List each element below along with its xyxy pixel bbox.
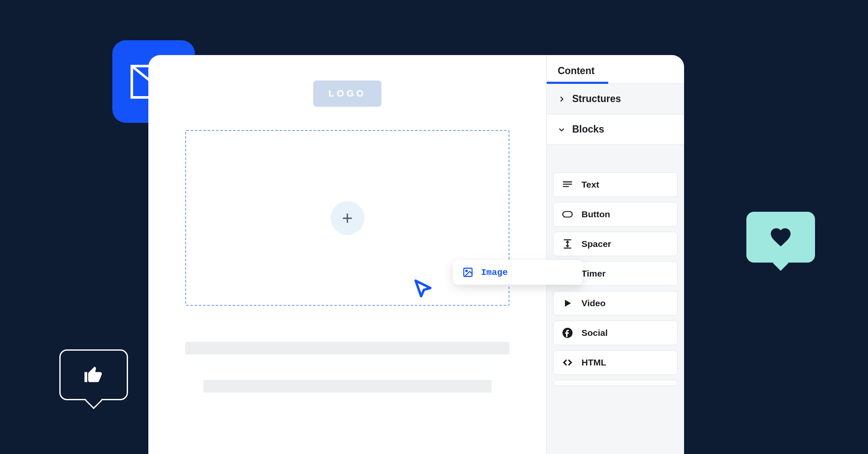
drop-zone[interactable]: + Image (185, 130, 509, 306)
cursor-icon (412, 277, 434, 301)
block-item-html[interactable]: HTML (553, 350, 678, 375)
chevron-down-icon (558, 126, 565, 133)
logo-placeholder[interactable]: LOGO (313, 80, 381, 107)
section-label: Structures (572, 93, 621, 105)
block-label: Button (581, 209, 610, 219)
add-block-button[interactable]: + (331, 201, 364, 235)
block-label: Text (581, 180, 599, 190)
social-icon (562, 327, 573, 338)
block-item-text[interactable]: Text (553, 172, 678, 197)
section-blocks[interactable]: Blocks (547, 114, 684, 145)
tab-label: Content (558, 65, 595, 76)
block-item-spacer[interactable]: Spacer (553, 232, 678, 256)
section-label: Blocks (572, 124, 604, 135)
block-label: Spacer (581, 239, 611, 249)
block-label: Social (581, 328, 608, 338)
dragging-block-label: Image (481, 268, 508, 277)
heart-bubble (746, 212, 815, 263)
blocks-panel: Text Button Spacer (547, 145, 684, 454)
dragging-block-preview[interactable]: Image (453, 260, 582, 285)
button-icon (562, 209, 573, 220)
sidebar: Content Structures Blocks Text (546, 55, 684, 454)
thumbs-up-icon (83, 364, 105, 386)
svg-rect-6 (563, 212, 572, 217)
video-icon (562, 298, 573, 309)
tab-active-indicator (547, 82, 608, 84)
chevron-right-icon (558, 95, 565, 103)
text-placeholder-line (185, 342, 509, 354)
spacer-icon (562, 238, 573, 249)
block-item-button[interactable]: Button (553, 202, 678, 227)
block-item-video[interactable]: Video (553, 291, 678, 316)
block-label: Timer (581, 269, 606, 279)
thumbs-up-bubble (59, 349, 128, 400)
tab-content[interactable]: Content (547, 55, 684, 84)
heart-icon (769, 225, 793, 249)
block-item-partial[interactable] (553, 380, 678, 386)
image-icon (462, 267, 473, 278)
code-icon (562, 357, 573, 368)
block-item-social[interactable]: Social (553, 321, 678, 345)
block-label: HTML (581, 357, 606, 368)
text-icon (562, 179, 573, 190)
section-structures[interactable]: Structures (547, 84, 684, 114)
canvas-area[interactable]: LOGO + Image (148, 55, 546, 454)
email-builder-window: LOGO + Image (148, 55, 684, 454)
svg-point-2 (466, 270, 467, 271)
text-placeholder-line (203, 380, 492, 393)
block-label: Video (581, 298, 606, 308)
